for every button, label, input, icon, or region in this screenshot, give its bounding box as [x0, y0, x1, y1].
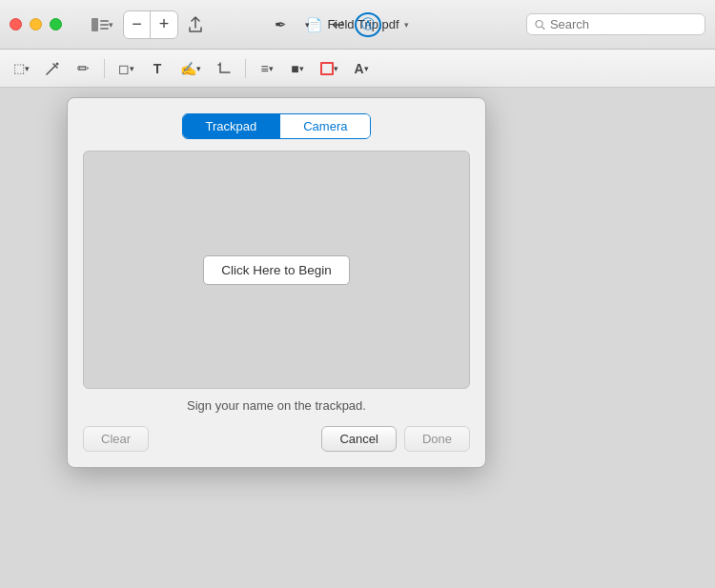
sign-chevron-icon: ▾ [196, 64, 201, 73]
share-icon [188, 16, 203, 33]
close-button[interactable] [10, 18, 22, 30]
svg-rect-2 [100, 24, 109, 26]
sign-button[interactable]: ✍ ▾ [174, 55, 207, 82]
lines-button[interactable]: ≡ ▾ [254, 55, 280, 82]
magic-wand-button[interactable] [39, 55, 66, 82]
done-button[interactable]: Done [404, 426, 470, 452]
border-icon [320, 62, 334, 75]
sidebar-icon [92, 18, 109, 31]
tab-camera[interactable]: Camera [280, 114, 370, 138]
shapes-chevron-icon: ▾ [130, 64, 134, 73]
pencil-button[interactable]: ✏ [70, 55, 96, 82]
select-tool-button[interactable]: ⬚ ▾ [8, 55, 35, 82]
font-chevron-icon: ▾ [364, 64, 369, 73]
search-bar[interactable] [526, 13, 705, 35]
maximize-button[interactable] [50, 18, 62, 30]
fill-icon: ■ [291, 61, 298, 76]
zoom-in-button[interactable]: + [151, 11, 177, 38]
instruction-text: Sign your name on the trackpad. [83, 398, 470, 413]
select-icon: ⬚ [13, 61, 25, 75]
pencil-icon: ✏ [77, 60, 90, 77]
cancel-button[interactable]: Cancel [321, 426, 396, 452]
dialog-overlay: Trackpad Camera Click Here to Begin Sign… [0, 88, 715, 588]
back-button[interactable]: ↩ [324, 11, 351, 38]
font-icon: A [354, 61, 363, 76]
search-area [526, 13, 705, 35]
search-input[interactable] [550, 17, 697, 31]
title-chevron-icon: ▾ [404, 20, 409, 30]
border-chevron-icon: ▾ [334, 64, 338, 73]
text-icon: T [153, 61, 162, 76]
svg-rect-0 [92, 18, 98, 31]
lines-icon: ≡ [260, 61, 268, 76]
share-button[interactable] [182, 11, 209, 38]
font-button[interactable]: A ▾ [348, 55, 375, 82]
sidebar-toggle-button[interactable]: ▾ [86, 11, 119, 38]
svg-rect-1 [100, 20, 109, 22]
clear-button[interactable]: Clear [83, 426, 149, 452]
signature-dialog: Trackpad Camera Click Here to Begin Sign… [67, 97, 486, 468]
select-chevron-icon: ▾ [25, 64, 30, 73]
tab-group: Trackpad Camera [182, 113, 372, 139]
minimize-button[interactable] [30, 18, 42, 30]
pen-button[interactable]: ✒ [267, 11, 294, 38]
title-toolbar-left: ▾ − + [86, 10, 209, 39]
window-controls [10, 18, 62, 30]
confirm-buttons: Cancel Done [321, 426, 470, 452]
shapes-button[interactable]: ◻ ▾ [112, 55, 140, 82]
crop-button[interactable] [211, 55, 237, 82]
title-toolbar-middle: ✒ ▾ ↩ Ⓐ [267, 11, 381, 38]
svg-point-8 [56, 62, 59, 65]
zoom-out-button[interactable]: − [124, 11, 151, 38]
divider-1 [104, 59, 105, 78]
svg-rect-3 [100, 28, 109, 30]
title-bar: 📄 Field Trip.pdf ▾ ▾ − + ✒ ▾ [0, 0, 715, 50]
sidebar-chevron-icon: ▾ [109, 20, 113, 30]
wand-icon [45, 61, 60, 76]
crop-icon [216, 61, 232, 76]
annotate-button[interactable]: Ⓐ [355, 12, 381, 37]
tab-trackpad[interactable]: Trackpad [183, 114, 281, 138]
border-color-button[interactable]: ▾ [315, 55, 344, 82]
main-content: Trackpad Camera Click Here to Begin Sign… [0, 88, 715, 588]
lines-chevron-icon: ▾ [269, 64, 274, 73]
shapes-icon: ◻ [118, 61, 130, 76]
markup-toolbar: ⬚ ▾ ✏ ◻ ▾ T ✍ ▾ ≡ ▾ ■ ▾ ▾ [0, 50, 715, 88]
sign-icon: ✍ [180, 61, 196, 76]
svg-line-6 [47, 66, 55, 74]
search-icon [535, 19, 545, 30]
zoom-controls: − + [123, 10, 178, 39]
signature-area[interactable]: Click Here to Begin [83, 151, 470, 389]
text-button[interactable]: T [144, 55, 171, 82]
svg-line-5 [542, 27, 544, 29]
svg-point-4 [536, 20, 542, 27]
divider-2 [245, 59, 246, 78]
dialog-buttons: Clear Cancel Done [83, 426, 470, 452]
pen-dropdown-button[interactable]: ▾ [294, 11, 320, 38]
tab-switcher: Trackpad Camera [83, 113, 470, 139]
fill-chevron-icon: ▾ [299, 64, 304, 73]
fill-color-button[interactable]: ■ ▾ [284, 55, 311, 82]
click-here-button[interactable]: Click Here to Begin [203, 255, 350, 285]
